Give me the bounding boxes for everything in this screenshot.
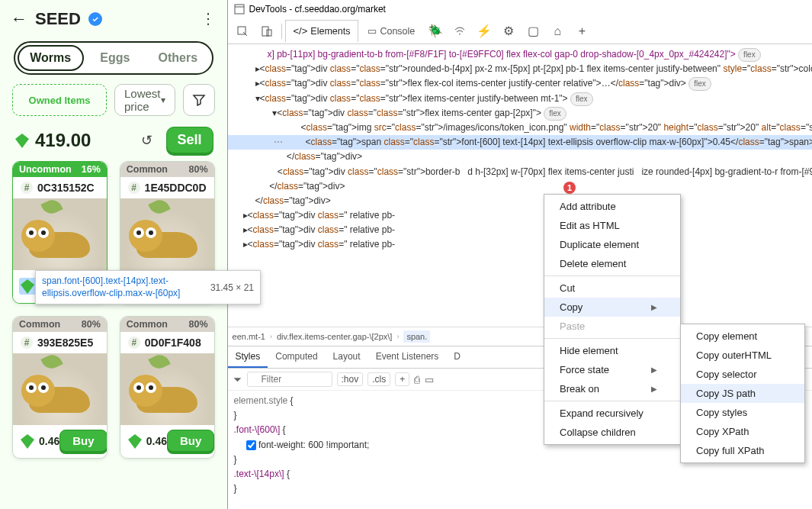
gear-plus-icon[interactable]: ⚡ [473,24,496,38]
kebab-menu-icon[interactable]: ⋯ [200,11,218,27]
hov-button[interactable]: :hov [337,372,364,386]
devtools-title: DevTools - cf.seeddao.org/market [249,4,386,14]
app-icon[interactable]: ▢ [522,24,544,38]
ctx-item-copy-xpath[interactable]: Copy XPath [681,422,804,441]
item-thumbnail [13,198,107,270]
svg-rect-5 [235,5,244,14]
new-rule-button[interactable]: + [395,372,409,386]
svg-marker-3 [21,434,34,449]
svg-marker-4 [128,434,142,449]
hash-icon: # [21,337,33,349]
tab-eggs[interactable]: Eggs [84,45,147,71]
item-thumbnail [120,353,214,425]
buy-button[interactable]: Buy [59,430,107,452]
card-footer: 0.46 Buy [13,425,107,458]
ctx-item-break-on[interactable]: Break on▶ [544,379,680,398]
item-code: # 1E45DDC0D [120,177,214,198]
owned-items-button[interactable]: Owned Items [12,84,107,116]
history-icon[interactable]: ↺ [134,127,160,153]
ctx-item-copy-selector[interactable]: Copy selector [681,365,804,384]
item-code: # 393E825E5 [13,332,107,353]
svg-marker-1 [21,279,34,294]
hash-icon: # [21,182,33,194]
sort-dropdown[interactable]: Lowest price ▾ [114,84,175,116]
card-grid: Uncommon16% # 0C315152C 0.45 Buy Common8… [0,161,227,471]
item-code: # 0C315152C [13,177,107,198]
balance-row: 419.00 ↺ Sell [0,127,227,161]
rarity-chip: Uncommon16% [13,162,107,177]
market-card[interactable]: Common80% # 0D0F1F408 0.46 Buy [120,316,215,459]
funnel-icon [192,93,206,107]
back-arrow-icon[interactable]: ← [11,9,27,29]
ctx-item-hide-element[interactable]: Hide element [544,341,680,360]
ctx-item-copy-element[interactable]: Copy element [681,327,804,346]
styles-tab-computed[interactable]: Computed [268,346,325,368]
ctx-item-force-state[interactable]: Force state▶ [544,360,680,379]
cls-button[interactable]: .cls [367,372,390,386]
sell-button[interactable]: Sell [166,127,213,153]
styles-tab-layout[interactable]: Layout [326,346,368,368]
gem-icon [19,278,36,295]
tab-others[interactable]: Others [146,45,210,71]
ctx-item-duplicate-element[interactable]: Duplicate element [544,235,680,254]
ctx-item-cut[interactable]: Cut [544,279,680,298]
context-menu-copy: Copy elementCopy outerHTMLCopy selectorC… [680,324,805,463]
app-header: ← SEED ⋯ [0,0,227,34]
verified-badge-icon [88,12,102,26]
styles-tab-styles[interactable]: Styles [228,346,268,368]
tab-console[interactable]: ▭Console [360,21,422,41]
item-thumbnail [13,353,107,425]
svg-rect-8 [262,27,268,36]
bug-icon[interactable]: 🪲 [424,24,447,38]
devtools-titlebar: DevTools - cf.seeddao.org/market — ✕ [228,0,812,18]
item-code: # 0D0F1F408 [120,332,214,353]
category-tabs: Worms Eggs Others [14,41,213,75]
svg-rect-9 [267,30,271,36]
funnel-icon: ⏷ [233,374,242,385]
ctx-item-edit-as-html[interactable]: Edit as HTML [544,216,680,235]
gem-icon [14,132,30,149]
ctx-item-copy-styles[interactable]: Copy styles [681,403,804,422]
styles-filter-input[interactable] [247,372,332,387]
filter-button[interactable] [183,84,215,116]
wifi-icon[interactable] [448,25,471,37]
ctx-item-add-attribute[interactable]: Add attribute [544,197,680,216]
devtools-tabs: </>Elements ▭Console 🪲 ⚡ ⚙ ▢ ⌂ + ⋯ ?⃝ [228,18,812,44]
ctx-item-expand-recursively[interactable]: Expand recursively [544,404,680,423]
item-thumbnail [120,198,214,270]
tooltip-dims: 31.45 × 21 [210,282,254,293]
ctx-item-copy-full-xpath[interactable]: Copy full XPath [681,441,804,460]
buy-button[interactable]: Buy [167,430,214,452]
dom-tree[interactable]: x] pb-[11px] bg-gradient-to-b from-[#F8/… [228,44,812,327]
seed-app-pane: ← SEED ⋯ Worms Eggs Others Owned Items L… [0,0,227,509]
styles-tab-event[interactable]: Event Listeners [368,346,447,368]
ctx-item-copy-outerhtml[interactable]: Copy outerHTML [681,346,804,365]
ctx-item-copy-js-path[interactable]: Copy JS path [681,384,804,403]
ctx-item-collapse-children[interactable]: Collapse children [544,423,680,442]
panel-icon[interactable]: ▭ [425,374,434,385]
home-icon[interactable]: ⌂ [546,24,569,38]
inspector-tooltip: span.font-[600].text-[14px].text-ellipsi… [35,270,261,304]
rarity-chip: Common80% [120,162,214,177]
rarity-chip: Common80% [120,317,214,332]
gem-icon [19,433,36,449]
print-icon[interactable]: ⎙ [414,374,420,385]
ctx-item-copy[interactable]: Copy▶ [544,298,680,317]
rarity-chip: Common80% [13,317,107,332]
svg-marker-0 [15,134,29,148]
inspect-icon[interactable] [231,25,254,37]
item-price: 0.46 [127,433,167,449]
device-toggle-icon[interactable] [255,25,278,37]
market-card[interactable]: Common80% # 393E825E5 0.46 Buy [12,316,108,459]
hash-icon: # [128,182,140,194]
ctx-item-paste: Paste [544,317,680,336]
devtools-icon [234,4,245,14]
tab-worms[interactable]: Worms [18,45,84,71]
hash-icon: # [128,337,140,349]
card-footer: 0.46 Buy [120,425,214,458]
ctx-item-delete-element[interactable]: Delete element [544,254,680,273]
plus-icon[interactable]: + [570,24,593,38]
tab-elements[interactable]: </>Elements [285,20,359,43]
dotted-gear-icon[interactable]: ⚙ [497,24,520,38]
tooltip-selector: span.font-[600].text-[14px].text-ellipsi… [42,275,202,299]
